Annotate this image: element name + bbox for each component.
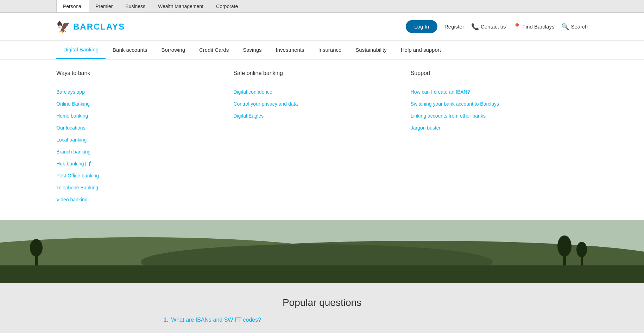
dropdown-col-title-0: Ways to bank	[56, 70, 223, 80]
login-button[interactable]: Log In	[406, 20, 437, 33]
nav-item-help[interactable]: Help and support	[394, 41, 448, 59]
dropdown-link-1-0[interactable]: Digital confidence	[233, 86, 400, 98]
dropdown-col-1: Safe online bankingDigital confidenceCon…	[233, 70, 410, 206]
nav-item-credit[interactable]: Credit Cards	[192, 41, 236, 59]
dropdown-link-0-8[interactable]: Telephone Banking	[56, 182, 223, 194]
dropdown-link-2-0[interactable]: How can I create an IBAN?	[411, 86, 577, 98]
nav-item-digital[interactable]: Digital Banking	[56, 41, 106, 59]
nav-item-insurance[interactable]: Insurance	[311, 41, 348, 59]
top-nav-bar: PersonalPremierBusinessWealth Management…	[0, 0, 644, 13]
main-nav-items: Digital BankingBank accountsBorrowingCre…	[56, 41, 448, 59]
register-link[interactable]: Register	[444, 24, 464, 30]
barclays-logo-text: BARCLAYS	[73, 22, 125, 32]
dropdown-link-0-3[interactable]: Our locations	[56, 122, 223, 134]
question-text: What are IBANs and SWIFT codes?	[171, 317, 261, 323]
find-label: Find Barclays	[523, 24, 555, 30]
search-link[interactable]: 🔍 Search	[561, 23, 588, 31]
main-nav: Digital BankingBank accountsBorrowingCre…	[0, 41, 644, 59]
top-nav-item-wealth[interactable]: Wealth Management	[152, 0, 210, 12]
nav-item-borrowing[interactable]: Borrowing	[154, 41, 192, 59]
top-nav-item-corporate[interactable]: Corporate	[210, 0, 244, 12]
dropdown-link-0-2[interactable]: Home banking	[56, 110, 223, 122]
popular-question-0[interactable]: 1.What are IBANs and SWIFT codes?	[164, 317, 480, 323]
dropdown-col-0: Ways to bankBarclays appOnline BankingHo…	[56, 70, 233, 206]
search-label: Search	[571, 24, 588, 30]
header-actions: Log In Register 📞 Contact us 📍 Find Barc…	[406, 20, 588, 33]
dropdown-link-0-6[interactable]: Hub banking	[56, 158, 223, 170]
dropdown-menu: Ways to bankBarclays appOnline BankingHo…	[0, 59, 644, 220]
popular-questions-section: Popular questions 1.What are IBANs and S…	[0, 283, 644, 333]
contact-link[interactable]: 📞 Contact us	[471, 23, 506, 31]
nav-item-savings[interactable]: Savings	[236, 41, 269, 59]
dropdown-link-0-0[interactable]: Barclays app	[56, 86, 223, 98]
location-icon: 📍	[513, 23, 521, 31]
svg-point-6	[557, 235, 572, 257]
dropdown-link-0-5[interactable]: Branch banking	[56, 146, 223, 158]
popular-questions-title: Popular questions	[56, 297, 588, 308]
dropdown-link-0-4[interactable]: Local banking	[56, 134, 223, 146]
dropdown-link-2-1[interactable]: Switching your bank account to Barclays	[411, 98, 577, 110]
register-label: Register	[444, 24, 464, 30]
dropdown-link-0-7[interactable]: Post Office banking	[56, 170, 223, 182]
top-nav-items: PersonalPremierBusinessWealth Management…	[56, 0, 244, 12]
svg-rect-4	[0, 265, 644, 283]
nav-item-bank[interactable]: Bank accounts	[106, 41, 154, 59]
top-nav-item-personal[interactable]: Personal	[56, 0, 89, 12]
logo-area: 🦅 BARCLAYS	[56, 20, 406, 33]
nav-item-investments[interactable]: Investments	[269, 41, 311, 59]
dropdown-link-0-1[interactable]: Online Banking	[56, 98, 223, 110]
dropdown-link-0-9[interactable]: Video banking	[56, 194, 223, 206]
phone-icon: 📞	[471, 23, 479, 31]
contact-label: Contact us	[481, 24, 506, 30]
dropdown-link-2-2[interactable]: Linking accounts from other banks	[411, 110, 577, 122]
dropdown-cols: Ways to bankBarclays appOnline BankingHo…	[56, 70, 588, 206]
hero-image	[0, 220, 644, 283]
find-barclays-link[interactable]: 📍 Find Barclays	[513, 23, 555, 31]
dropdown-link-1-1[interactable]: Control your privacy and data	[233, 98, 400, 110]
dropdown-link-2-3[interactable]: Jargon buster	[411, 122, 577, 134]
nav-item-sustainability[interactable]: Sustainability	[348, 41, 393, 59]
question-num: 1.	[164, 317, 168, 323]
header: 🦅 BARCLAYS Log In Register 📞 Contact us …	[0, 13, 644, 41]
barclays-eagle-icon: 🦅	[56, 20, 70, 33]
dropdown-col-2: SupportHow can I create an IBAN?Switchin…	[411, 70, 588, 206]
top-nav-item-premier[interactable]: Premier	[89, 0, 119, 12]
top-nav-item-business[interactable]: Business	[119, 0, 152, 12]
external-link-icon	[86, 162, 90, 166]
search-icon: 🔍	[561, 23, 569, 31]
popular-questions-list: 1.What are IBANs and SWIFT codes?	[56, 317, 588, 323]
svg-point-10	[30, 239, 43, 257]
dropdown-col-title-1: Safe online banking	[233, 70, 400, 80]
svg-point-8	[576, 242, 587, 257]
hero-svg	[0, 220, 644, 283]
dropdown-link-1-2[interactable]: Digital Eagles	[233, 110, 400, 122]
dropdown-col-title-2: Support	[411, 70, 577, 80]
